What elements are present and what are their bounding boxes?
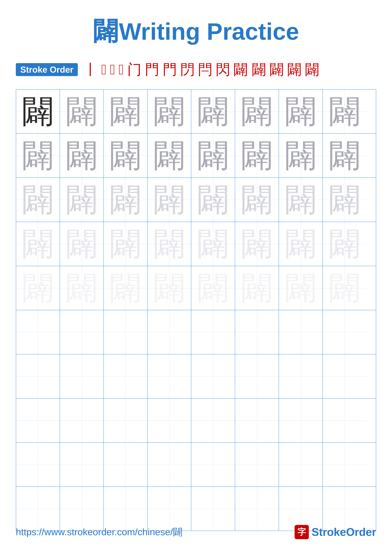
- cell-6-7[interactable]: [279, 310, 323, 354]
- cell-5-4[interactable]: 闢: [148, 266, 191, 310]
- cell-1-6[interactable]: 闢: [235, 89, 279, 133]
- cell-5-6[interactable]: 闢: [235, 266, 279, 310]
- cell-5-8[interactable]: 闢: [323, 266, 367, 310]
- cell-9-7[interactable]: [279, 443, 323, 487]
- cell-9-6[interactable]: [235, 443, 279, 487]
- cell-9-8[interactable]: [323, 443, 367, 487]
- cell-2-5[interactable]: 闢: [191, 134, 235, 177]
- cell-4-4[interactable]: 闢: [148, 222, 191, 266]
- cell-9-2[interactable]: [60, 443, 104, 487]
- cell-6-3[interactable]: [104, 310, 148, 354]
- char-display: 闢: [22, 134, 54, 177]
- cell-10-6[interactable]: [235, 487, 279, 531]
- cell-10-7[interactable]: [279, 487, 323, 531]
- cell-8-5[interactable]: [191, 399, 235, 442]
- cell-9-5[interactable]: [191, 443, 235, 487]
- cell-10-5[interactable]: [191, 487, 235, 531]
- cell-8-1[interactable]: [16, 399, 60, 442]
- cell-1-5[interactable]: 闢: [191, 89, 235, 133]
- stroke-7: 門: [163, 61, 177, 78]
- cell-3-5[interactable]: 闢: [191, 178, 235, 222]
- cell-7-6[interactable]: [235, 354, 279, 398]
- cell-3-7[interactable]: 闢: [279, 178, 323, 222]
- cell-1-7[interactable]: 闢: [279, 89, 323, 133]
- cell-7-3[interactable]: [104, 354, 148, 398]
- char-display: 闢: [66, 178, 98, 221]
- char-display: 闢: [154, 178, 185, 221]
- cell-1-1[interactable]: 闢: [16, 89, 60, 133]
- cell-6-1[interactable]: [16, 310, 60, 354]
- cell-9-1[interactable]: [16, 443, 60, 487]
- cell-4-2[interactable]: 闢: [60, 222, 104, 266]
- char-display: 闢: [329, 223, 361, 265]
- cell-8-3[interactable]: [104, 399, 148, 442]
- cell-2-8[interactable]: 闢: [323, 134, 367, 177]
- char-display: 闢: [110, 90, 141, 133]
- cell-8-4[interactable]: [148, 399, 191, 442]
- cell-8-7[interactable]: [279, 399, 323, 442]
- cell-5-2[interactable]: 闢: [60, 266, 104, 310]
- cell-2-4[interactable]: 闢: [148, 134, 191, 177]
- cell-3-3[interactable]: 闢: [104, 178, 148, 222]
- cell-6-6[interactable]: [235, 310, 279, 354]
- footer-brand: 字 StrokeOrder: [295, 525, 376, 539]
- char-display: 闢: [154, 223, 185, 265]
- cell-5-5[interactable]: 闢: [191, 266, 235, 310]
- cell-3-4[interactable]: 闢: [148, 178, 191, 222]
- cell-4-7[interactable]: 闢: [279, 222, 323, 266]
- cell-5-1[interactable]: 闢: [16, 266, 60, 310]
- cell-2-2[interactable]: 闢: [60, 134, 104, 177]
- cell-1-8[interactable]: 闢: [323, 89, 367, 133]
- cell-2-7[interactable]: 闢: [279, 134, 323, 177]
- cell-10-8[interactable]: [323, 487, 367, 531]
- cell-9-3[interactable]: [104, 443, 148, 487]
- cell-4-3[interactable]: 闢: [104, 222, 148, 266]
- cell-7-5[interactable]: [191, 354, 235, 398]
- cell-4-5[interactable]: 闢: [191, 222, 235, 266]
- cell-2-1[interactable]: 闢: [16, 134, 60, 177]
- char-display: 闢: [197, 178, 229, 221]
- cell-2-3[interactable]: 闢: [104, 134, 148, 177]
- char-display: 闢: [22, 90, 54, 133]
- char-display: 闢: [285, 90, 317, 133]
- cell-10-2[interactable]: [60, 487, 104, 531]
- cell-3-2[interactable]: 闢: [60, 178, 104, 222]
- cell-4-6[interactable]: 闢: [235, 222, 279, 266]
- cell-3-1[interactable]: 闢: [16, 178, 60, 222]
- char-display: 闢: [197, 90, 229, 133]
- cell-3-8[interactable]: 闢: [323, 178, 367, 222]
- cell-5-7[interactable]: 闢: [279, 266, 323, 310]
- cell-10-4[interactable]: [148, 487, 191, 531]
- grid-row-9: [16, 443, 376, 487]
- cell-7-7[interactable]: [279, 354, 323, 398]
- cell-10-3[interactable]: [104, 487, 148, 531]
- grid-row-10: [16, 487, 376, 531]
- stroke-6: 門: [145, 61, 159, 78]
- cell-5-3[interactable]: 闢: [104, 266, 148, 310]
- cell-4-8[interactable]: 闢: [323, 222, 367, 266]
- cell-6-8[interactable]: [323, 310, 367, 354]
- cell-7-8[interactable]: [323, 354, 367, 398]
- cell-6-2[interactable]: [60, 310, 104, 354]
- cell-8-8[interactable]: [323, 399, 367, 442]
- cell-7-1[interactable]: [16, 354, 60, 398]
- cell-1-3[interactable]: 闢: [104, 89, 148, 133]
- footer-url: https://www.strokeorder.com/chinese/闢: [16, 526, 183, 539]
- cell-2-6[interactable]: 闢: [235, 134, 279, 177]
- footer: https://www.strokeorder.com/chinese/闢 字 …: [0, 525, 392, 539]
- cell-10-1[interactable]: [16, 487, 60, 531]
- cell-8-6[interactable]: [235, 399, 279, 442]
- cell-7-4[interactable]: [148, 354, 191, 398]
- cell-7-2[interactable]: [60, 354, 104, 398]
- cell-8-2[interactable]: [60, 399, 104, 442]
- char-display: 闢: [22, 223, 54, 265]
- brand-icon: 字: [295, 525, 309, 539]
- cell-1-4[interactable]: 闢: [148, 89, 191, 133]
- cell-3-6[interactable]: 闢: [235, 178, 279, 222]
- cell-9-4[interactable]: [148, 443, 191, 487]
- cell-1-2[interactable]: 闢: [60, 89, 104, 133]
- cell-4-1[interactable]: 闢: [16, 222, 60, 266]
- cell-6-5[interactable]: [191, 310, 235, 354]
- char-display: 闢: [241, 90, 273, 133]
- cell-6-4[interactable]: [148, 310, 191, 354]
